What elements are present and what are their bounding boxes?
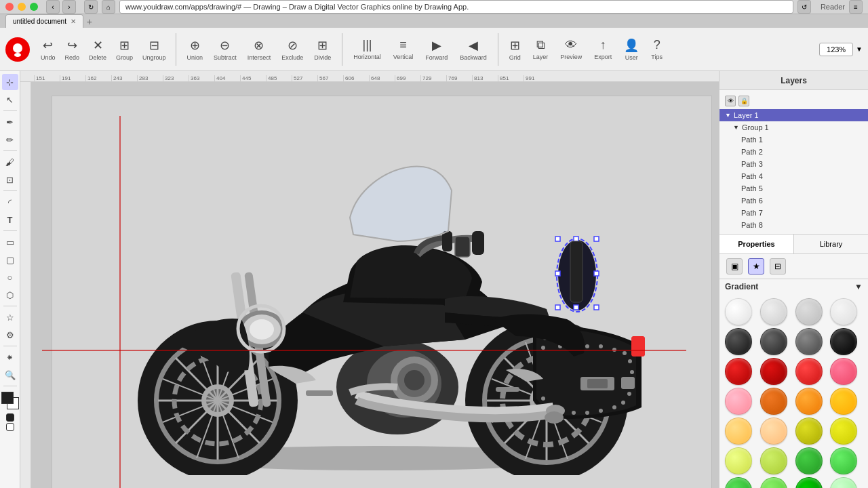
layer-item-path1[interactable]: Path 1 bbox=[719, 134, 868, 146]
gear-tool[interactable]: ⚙ bbox=[2, 327, 18, 343]
export-button[interactable]: ↑ Export bbox=[589, 35, 617, 63]
color-swatch-orange1[interactable] bbox=[760, 388, 787, 415]
redo-button[interactable]: ↪ Redo bbox=[61, 35, 84, 64]
color-swatch-green2[interactable] bbox=[830, 447, 857, 474]
gradient-dropdown-icon[interactable]: ▼ bbox=[854, 282, 863, 291]
color-swatch-yellow3[interactable] bbox=[830, 418, 857, 445]
arc-tool[interactable]: ◜ bbox=[2, 194, 18, 210]
rounded-rect-tool[interactable]: ▢ bbox=[2, 251, 18, 268]
zoom-tool[interactable]: 🔍 bbox=[2, 367, 18, 383]
color-swatch-gray1[interactable] bbox=[795, 298, 823, 325]
color-swatch-red2[interactable] bbox=[760, 358, 787, 385]
eraser-tool[interactable]: ⊡ bbox=[2, 171, 18, 188]
color-swatch-green3[interactable] bbox=[725, 477, 752, 488]
layer-button[interactable]: ⧉ Layer bbox=[528, 35, 554, 63]
text-tool[interactable]: T bbox=[2, 211, 18, 228]
layer-lock-toggle[interactable]: 🔒 bbox=[738, 96, 749, 106]
tab-library[interactable]: Library bbox=[794, 235, 868, 253]
user-button[interactable]: 👤 User bbox=[618, 35, 644, 64]
frame-icon[interactable]: ⊟ bbox=[770, 258, 786, 274]
maximize-button[interactable] bbox=[30, 3, 38, 11]
layer-item-group1[interactable]: ▼ Group 1 bbox=[719, 121, 868, 134]
back-button[interactable]: ‹ bbox=[46, 0, 60, 14]
address-bar[interactable]: www.youidraw.com/apps/drawing/# — Drawin… bbox=[119, 0, 793, 14]
canvas-viewport[interactable] bbox=[31, 82, 719, 488]
color-swatch-tan1[interactable] bbox=[760, 418, 787, 445]
tab-properties[interactable]: Properties bbox=[719, 235, 794, 253]
layer-item-path4[interactable]: Path 4 bbox=[719, 170, 868, 182]
select-tool[interactable]: ⊹ bbox=[2, 74, 18, 90]
layer-item-layer1[interactable]: ▼ Layer 1 bbox=[719, 109, 868, 121]
color-swatch-yellow1[interactable] bbox=[725, 418, 752, 445]
layer-item-path8[interactable]: Path 8 bbox=[719, 219, 868, 231]
color-swatch-green1[interactable] bbox=[795, 447, 823, 474]
color-swatch-pink1[interactable] bbox=[830, 358, 857, 385]
color-swatch-green4[interactable] bbox=[795, 477, 823, 488]
forward-button[interactable]: › bbox=[62, 0, 76, 14]
pen-tool[interactable]: ✒ bbox=[2, 114, 18, 130]
color-swatch-black1[interactable] bbox=[725, 328, 752, 355]
tab-untitled[interactable]: untitled document ✕ bbox=[5, 14, 83, 28]
star-icon[interactable]: ★ bbox=[748, 258, 764, 274]
settings-icon[interactable]: ≡ bbox=[849, 0, 863, 14]
color-swatch-pink2[interactable] bbox=[725, 388, 752, 415]
color-swatch-orange2[interactable] bbox=[795, 388, 823, 415]
circle-tool[interactable]: ○ bbox=[2, 269, 18, 285]
horizontal-button[interactable]: ||| Horizontal bbox=[348, 35, 387, 63]
layer-item-path3[interactable]: Path 3 bbox=[719, 158, 868, 170]
intersect-button[interactable]: ⊗ Intersect bbox=[242, 35, 277, 64]
rect-tool[interactable]: ▭ bbox=[2, 234, 18, 250]
layer-item-path6[interactable]: Path 6 bbox=[719, 195, 868, 207]
tips-button[interactable]: ? Tips bbox=[646, 35, 668, 63]
color-swatch-white2[interactable] bbox=[760, 298, 787, 325]
polygon-tool[interactable]: ⬡ bbox=[2, 287, 18, 303]
color-swatch-red1[interactable] bbox=[725, 358, 752, 385]
reload-button[interactable]: ↻ bbox=[84, 0, 98, 14]
small-swatch-1[interactable] bbox=[6, 413, 14, 422]
stroke-color-swatch[interactable] bbox=[1, 392, 14, 404]
color-swatch-lime1[interactable] bbox=[760, 447, 787, 474]
grid-button[interactable]: ⊞ Grid bbox=[504, 35, 526, 64]
undo-button[interactable]: ↩ Undo bbox=[37, 35, 60, 64]
new-tab-button[interactable]: + bbox=[83, 16, 96, 28]
home-button[interactable]: ⌂ bbox=[102, 0, 115, 14]
color-swatch-white3[interactable] bbox=[830, 298, 857, 325]
color-swatch-light-green[interactable] bbox=[830, 477, 857, 488]
divide-button[interactable]: ⊞ Divide bbox=[309, 35, 336, 64]
refresh-icon[interactable]: ↺ bbox=[797, 0, 811, 14]
brush-tool[interactable]: 🖌 bbox=[2, 154, 18, 170]
color-swatch-black3[interactable] bbox=[830, 328, 857, 355]
layer-item-path5[interactable]: Path 5 bbox=[719, 182, 868, 195]
star-tool[interactable]: ☆ bbox=[2, 309, 18, 325]
layer-item-path7[interactable]: Path 7 bbox=[719, 207, 868, 219]
color-swatch-yellow2[interactable] bbox=[795, 418, 823, 445]
backward-button[interactable]: ◀ Backward bbox=[454, 35, 492, 64]
motorcycle-artwork[interactable] bbox=[113, 136, 655, 488]
color-swatch-white1[interactable] bbox=[725, 298, 752, 325]
zoom-input[interactable] bbox=[819, 43, 853, 56]
minimize-button[interactable] bbox=[18, 3, 26, 11]
close-button[interactable] bbox=[5, 3, 14, 11]
union-button[interactable]: ⊕ Union bbox=[182, 35, 209, 64]
vertical-button[interactable]: ≡ Vertical bbox=[388, 35, 419, 63]
direct-select-tool[interactable]: ↖ bbox=[2, 92, 18, 108]
color-swatch-yellow-green[interactable] bbox=[725, 447, 752, 474]
exclude-button[interactable]: ⊘ Exclude bbox=[276, 35, 309, 64]
color-swatch-red3[interactable] bbox=[795, 358, 823, 385]
layer-item-path2[interactable]: Path 2 bbox=[719, 146, 868, 158]
group-button[interactable]: ⊞ Group bbox=[112, 35, 137, 64]
preview-button[interactable]: 👁 Preview bbox=[555, 35, 587, 63]
forward-button[interactable]: ▶ Forward bbox=[420, 35, 453, 64]
color-swatch-lime2[interactable] bbox=[760, 477, 787, 488]
fill-icon[interactable]: ▣ bbox=[726, 258, 743, 274]
color-swatch-orange3[interactable] bbox=[830, 388, 857, 415]
delete-button[interactable]: ✕ Delete bbox=[85, 35, 111, 64]
small-swatch-2[interactable] bbox=[6, 423, 14, 431]
color-swatch-gray2[interactable] bbox=[795, 328, 823, 355]
subtract-button[interactable]: ⊖ Subtract bbox=[208, 35, 242, 64]
layer-visibility-toggle[interactable]: 👁 bbox=[725, 96, 736, 106]
spray-tool[interactable]: ⁕ bbox=[2, 349, 18, 365]
pencil-tool[interactable]: ✏ bbox=[2, 131, 18, 148]
tab-close-button[interactable]: ✕ bbox=[71, 18, 76, 25]
color-swatch-black2[interactable] bbox=[760, 328, 787, 355]
